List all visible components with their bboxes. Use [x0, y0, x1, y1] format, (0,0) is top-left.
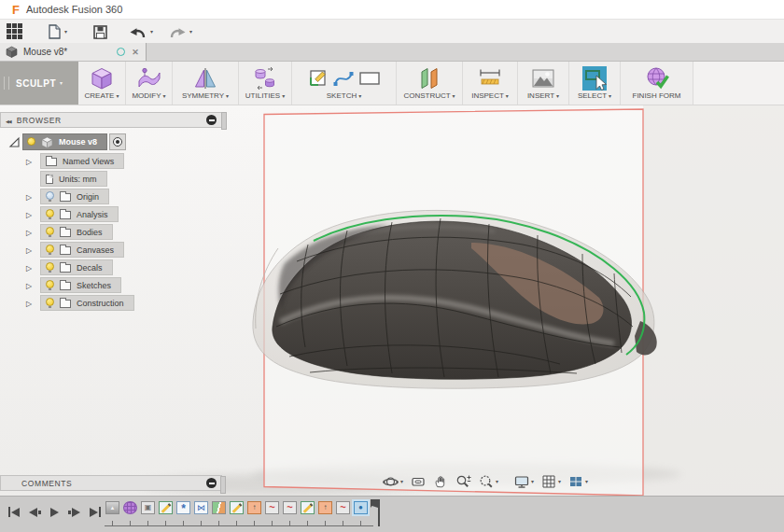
visibility-bulb-icon[interactable]: [46, 262, 54, 273]
browser-tree-item[interactable]: Construction: [0, 294, 222, 312]
viewports-button[interactable]: ▾: [565, 470, 592, 493]
comments-bar[interactable]: COMMENTS: [0, 475, 222, 491]
dropdown-caret[interactable]: ▾: [64, 29, 67, 35]
browser-header[interactable]: BROWSER: [0, 112, 222, 128]
expand-arrow-icon[interactable]: [26, 262, 40, 273]
file-menu-button[interactable]: ▾: [40, 21, 72, 42]
dropdown-caret[interactable]: ▾: [496, 479, 498, 484]
dropdown-caret: ▾: [116, 93, 119, 99]
ribbon-group-modify[interactable]: MODIFY▾: [126, 62, 173, 105]
save-button[interactable]: [87, 21, 113, 42]
timeline-feature-pattern[interactable]: [175, 500, 193, 525]
rectangle-tool-icon[interactable]: [358, 68, 381, 89]
expand-arrow-icon[interactable]: [26, 245, 40, 255]
timeline-feature-sketch[interactable]: [229, 500, 246, 525]
undo-button[interactable]: ▾: [124, 21, 158, 42]
tab-close-icon[interactable]: [131, 47, 140, 57]
ribbon-group-sketch[interactable]: SKETCH▾: [292, 62, 397, 105]
visibility-bulb-icon[interactable]: [27, 137, 35, 147]
expand-arrow-icon[interactable]: [26, 280, 40, 290]
redo-button[interactable]: ▾: [163, 21, 197, 42]
ribbon-group-inspect[interactable]: INSPECT▾: [463, 62, 518, 105]
visibility-bulb-icon[interactable]: [46, 227, 54, 237]
step-forward-button[interactable]: [68, 508, 80, 517]
timeline-feature-form-edit[interactable]: [282, 500, 300, 525]
timeline-position-marker[interactable]: [371, 499, 381, 527]
timeline-feature-mirror[interactable]: [193, 500, 211, 525]
ribbon-toolbar: SCULPT ▾ CREATE▾ MODIFY▾: [0, 62, 784, 105]
expand-arrow-icon[interactable]: [26, 156, 40, 166]
browser-tree-item[interactable]: Named Views: [0, 152, 222, 170]
dropdown-caret[interactable]: ▾: [531, 479, 534, 484]
expand-arrow-icon[interactable]: [26, 227, 40, 237]
browser-tree-item[interactable]: Origin: [0, 188, 222, 205]
zoom-button[interactable]: [452, 470, 475, 493]
timeline-bar: [0, 496, 784, 532]
visibility-bulb-icon[interactable]: [46, 280, 54, 290]
dropdown-caret[interactable]: ▾: [558, 479, 561, 484]
browser-tree-item[interactable]: Analysis: [0, 205, 222, 223]
ribbon-group-utilities[interactable]: UTILITIES▾: [239, 62, 292, 105]
grid-display-button[interactable]: ▾: [538, 470, 565, 493]
visibility-bulb-icon[interactable]: [46, 245, 54, 255]
dropdown-caret[interactable]: ▾: [400, 479, 403, 484]
collapse-panel-icon[interactable]: [6, 115, 11, 125]
ribbon-group-create[interactable]: CREATE▾: [78, 62, 126, 105]
ribbon-group-symmetry[interactable]: SYMMETRY▾: [173, 62, 239, 105]
expanded-arrow-icon[interactable]: [8, 136, 21, 148]
timeline-feature-current-feature[interactable]: [353, 500, 371, 525]
ribbon-group-select[interactable]: SELECT▾: [569, 62, 621, 105]
browser-root-item[interactable]: Mouse v8: [0, 133, 222, 151]
toolbar-drag-handle[interactable]: [4, 77, 9, 90]
panel-resize-grip[interactable]: [221, 112, 227, 130]
timeline-feature-extrude[interactable]: [246, 500, 264, 525]
timeline-feature-canvas[interactable]: [105, 500, 122, 525]
timeline-feature-form-feature[interactable]: [140, 500, 158, 525]
ribbon-group-insert[interactable]: INSERT▾: [518, 62, 569, 105]
timeline-feature-sketch[interactable]: [158, 500, 175, 525]
activate-radio-icon[interactable]: [113, 137, 122, 147]
dropdown-caret[interactable]: ▾: [189, 29, 192, 35]
create-sketch-icon[interactable]: [308, 68, 329, 89]
expand-arrow-icon[interactable]: [26, 191, 40, 202]
go-to-start-button[interactable]: [8, 507, 20, 517]
document-tab[interactable]: Mouse v8*: [0, 43, 147, 61]
dropdown-caret[interactable]: ▾: [585, 479, 588, 484]
browser-tree-item[interactable]: Sketches: [0, 276, 222, 294]
play-button[interactable]: [50, 508, 59, 517]
browser-tree-item[interactable]: Decals: [0, 259, 222, 276]
browser-tree-item[interactable]: Units: mm: [0, 170, 222, 188]
go-to-end-button[interactable]: [90, 507, 101, 517]
dropdown-caret[interactable]: ▾: [150, 29, 153, 35]
timeline-feature-sketch[interactable]: [300, 500, 317, 525]
app-grid-button[interactable]: [2, 21, 27, 42]
browser-tree-item[interactable]: Bodies: [0, 223, 222, 241]
hide-comments-button[interactable]: [206, 478, 217, 488]
visibility-bulb-icon[interactable]: [46, 191, 54, 202]
zoom-window-button[interactable]: ▾: [475, 470, 502, 493]
orbit-button[interactable]: ▾: [379, 470, 407, 493]
ribbon-group-construct[interactable]: CONSTRUCT▾: [397, 62, 463, 105]
activate-component-box[interactable]: [109, 133, 126, 150]
expand-arrow-icon[interactable]: [26, 209, 40, 219]
display-settings-button[interactable]: ▾: [511, 470, 538, 493]
workspace-mode-button[interactable]: SCULPT ▾: [0, 62, 78, 105]
look-at-button[interactable]: [407, 470, 429, 493]
look-at-icon: [411, 474, 426, 489]
timeline-feature-extrude[interactable]: [317, 500, 335, 525]
timeline-scrub-track[interactable]: [105, 525, 373, 526]
finish-form-button[interactable]: FINISH FORM: [621, 62, 693, 105]
timeline-feature-form[interactable]: [122, 500, 140, 525]
spline-icon[interactable]: [333, 68, 354, 89]
visibility-bulb-icon[interactable]: [46, 298, 54, 308]
step-back-button[interactable]: [29, 508, 41, 517]
browser-tree-item[interactable]: Canvases: [0, 241, 222, 259]
timeline-feature-construction-plane[interactable]: [211, 500, 229, 525]
panel-resize-grip[interactable]: [220, 476, 226, 494]
hide-panel-button[interactable]: [206, 115, 217, 125]
expand-arrow-icon[interactable]: [26, 298, 40, 308]
timeline-feature-form-edit[interactable]: [264, 500, 282, 525]
timeline-feature-form-edit[interactable]: [335, 500, 353, 525]
pan-button[interactable]: [429, 470, 452, 493]
visibility-bulb-icon[interactable]: [46, 209, 54, 219]
